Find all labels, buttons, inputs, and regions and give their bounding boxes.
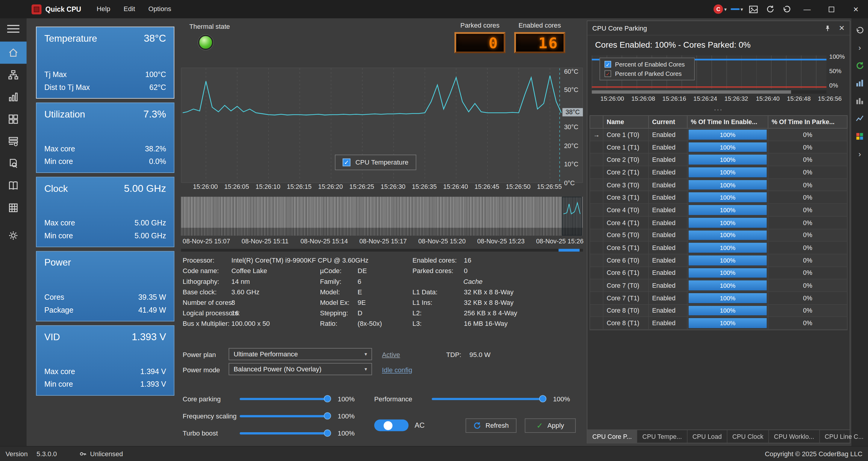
highlight-color-dropdown[interactable]: ▾ [728, 0, 745, 18]
table-row[interactable]: →Core 1 (T0)Enabled100%0% [590, 128, 847, 141]
temperature-legend[interactable]: ✓ CPU Temperature [335, 155, 416, 170]
sidebar-item-registers[interactable] [0, 197, 27, 219]
dock-refresh-icon[interactable] [855, 61, 865, 70]
table-row[interactable]: Core 4 (T0)Enabled100%0% [590, 204, 847, 217]
panel-tab-5[interactable]: CPU Worklo... [769, 430, 819, 443]
table-row[interactable]: Core 5 (T0)Enabled100%0% [590, 229, 847, 241]
pin-icon[interactable] [824, 25, 831, 31]
bar-chart-icon [8, 91, 19, 103]
turbo-boost-slider[interactable] [240, 432, 330, 434]
core-parking-slider[interactable] [240, 398, 330, 400]
brand-badge-icon[interactable]: C▾ [712, 0, 728, 18]
table-row[interactable]: Core 6 (T0)Enabled100%0% [590, 254, 847, 267]
sidebar-item-core-tree[interactable] [0, 64, 27, 86]
slider-thumb[interactable] [324, 395, 331, 402]
table-row[interactable]: Core 2 (T1)Enabled100%0% [590, 166, 847, 179]
table-row[interactable]: Core 6 (T1)Enabled100%0% [590, 267, 847, 279]
power-mode-select[interactable]: Balanced Power (No Overlay) ▾ [229, 363, 372, 375]
refresh-button[interactable]: Refresh [466, 419, 517, 433]
screenshot-icon[interactable] [745, 0, 762, 18]
minimize-button[interactable]: — [795, 0, 819, 18]
sidebar-item-settings[interactable] [0, 225, 27, 247]
dock-expand-icon[interactable]: › [855, 42, 865, 53]
card-utilization[interactable]: Utilization7.3%Max core38.2%Min core0.0% [36, 103, 174, 173]
splitter-handle[interactable]: ... [587, 104, 850, 112]
parking-chart-scrollbar[interactable] [592, 90, 826, 93]
panel-close-icon[interactable]: ✕ [839, 24, 845, 32]
legend-item: ✓Percent of Parked Cores [604, 70, 690, 77]
frequency-scaling-slider[interactable] [240, 415, 330, 417]
table-row[interactable]: Core 3 (T0)Enabled100%0% [590, 179, 847, 192]
maximize-button[interactable] [819, 0, 843, 18]
info-label: Number of cores: [183, 298, 231, 306]
history-selection[interactable] [562, 197, 582, 235]
slider-thumb[interactable] [539, 395, 547, 402]
ac-toggle[interactable] [374, 420, 409, 431]
slider-thumb[interactable] [324, 412, 331, 420]
apply-button[interactable]: ✓ Apply [525, 419, 576, 433]
row-indicator [590, 192, 603, 204]
dock-chart-icon-2[interactable] [855, 96, 865, 106]
info-label: Model Ex: [320, 298, 358, 306]
panel-tab-4[interactable]: CPU Clock [727, 430, 769, 443]
x-axis-tick: 15:26:48 [787, 95, 810, 102]
cell-enabled-bar: 100% [687, 241, 768, 254]
header-name[interactable]: Name [603, 116, 649, 128]
cell-enabled-bar: 100% [687, 305, 768, 317]
header-enabled-time[interactable]: % Of Time In Enable... [687, 116, 768, 128]
sidebar-item-home[interactable] [0, 42, 27, 64]
power-source-row: AC [374, 420, 425, 431]
menu-help[interactable]: Help [90, 0, 117, 18]
x-axis-tick: 15:26:35 [412, 183, 437, 190]
header-current[interactable]: Current [649, 116, 687, 128]
sidebar-item-process-search[interactable] [0, 152, 27, 174]
dock-undo-icon[interactable] [855, 25, 865, 35]
dock-workload-icon[interactable] [855, 131, 865, 141]
table-row[interactable]: Core 2 (T0)Enabled100%0% [590, 154, 847, 166]
card-clock[interactable]: Clock5.00 GHzMax core5.00 GHzMin core5.0… [36, 177, 174, 247]
card-power[interactable]: PowerCores39.35 WPackage41.49 W [36, 251, 174, 322]
info-value: Coffee Lake [231, 267, 267, 275]
close-button[interactable]: × [844, 0, 868, 18]
sidebar-item-report[interactable] [0, 174, 27, 197]
history-strip[interactable] [181, 197, 583, 235]
sidebar-item-system-info[interactable] [0, 130, 27, 152]
power-plan-select[interactable]: Ultimate Performance ▾ [229, 348, 372, 360]
header-parked-time[interactable]: % Of Time In Parke... [768, 116, 847, 128]
table-row[interactable]: Core 7 (T0)Enabled100%0% [590, 279, 847, 292]
history-scrollbar-thumb[interactable] [558, 249, 579, 252]
table-row[interactable]: Core 7 (T1)Enabled100%0% [590, 292, 847, 305]
refresh-icon[interactable] [762, 0, 778, 18]
idle-config-link[interactable]: Idle config [382, 366, 412, 374]
performance-slider[interactable] [432, 398, 545, 400]
sidebar-item-performance[interactable] [0, 86, 27, 108]
panel-tab-2[interactable]: CPU Tempe... [638, 430, 687, 443]
scrollbar-thumb[interactable] [592, 90, 791, 93]
legend-checkbox[interactable]: ✓ [604, 61, 611, 67]
card-temperature[interactable]: Temperature38°CTj Max100°CDist to Tj Max… [36, 27, 174, 98]
dock-chart-icon-3[interactable] [855, 114, 865, 123]
panel-tab-1[interactable]: CPU Core P... [587, 430, 638, 443]
temperature-legend-checkbox[interactable]: ✓ [343, 159, 350, 166]
table-row[interactable]: Core 3 (T1)Enabled100%0% [590, 192, 847, 204]
panel-tab-3[interactable]: CPU Load [687, 430, 727, 443]
menu-options[interactable]: Options [142, 0, 178, 18]
undo-icon[interactable] [778, 0, 795, 18]
legend-checkbox[interactable]: ✓ [604, 70, 611, 77]
card-vid[interactable]: VID1.393 VMax core1.394 VMin core1.393 V [36, 325, 174, 396]
table-row[interactable]: Core 5 (T1)Enabled100%0% [590, 241, 847, 254]
table-row[interactable]: Core 8 (T1)Enabled100%0% [590, 317, 847, 330]
history-scrollbar[interactable] [181, 249, 583, 252]
table-row[interactable]: Core 8 (T0)Enabled100%0% [590, 305, 847, 317]
thermal-state-led [198, 35, 213, 50]
table-row[interactable]: Core 4 (T1)Enabled100%0% [590, 217, 847, 229]
dock-chart-icon-1[interactable] [855, 78, 865, 88]
dock-collapse-icon[interactable]: › [855, 149, 865, 159]
panel-tab-6[interactable]: CPU Line C... [820, 430, 868, 443]
hamburger-menu-icon[interactable] [7, 25, 20, 33]
sidebar-item-cores[interactable] [0, 108, 27, 131]
slider-thumb[interactable] [324, 430, 331, 437]
menu-edit[interactable]: Edit [117, 0, 142, 18]
active-link[interactable]: Active [382, 351, 400, 358]
table-row[interactable]: Core 1 (T1)Enabled100%0% [590, 141, 847, 154]
